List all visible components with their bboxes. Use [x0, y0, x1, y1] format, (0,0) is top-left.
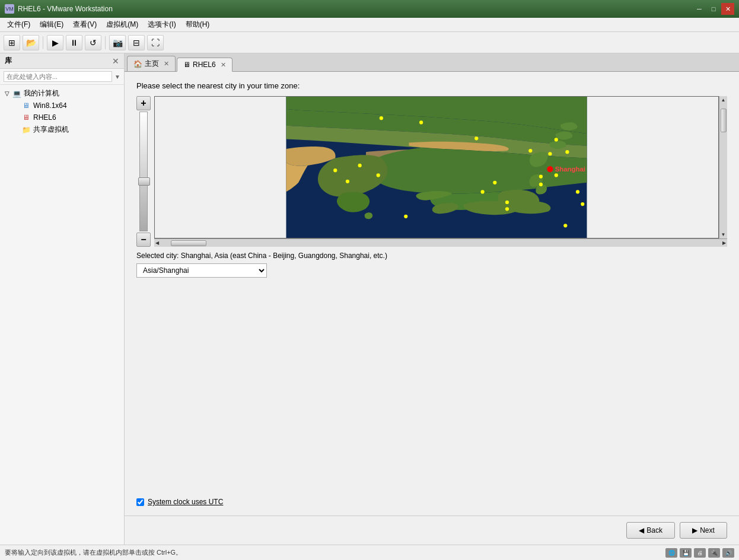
tree-item-win81[interactable]: 🖥 Win8.1x64: [9, 100, 124, 112]
city-tokyo[interactable]: [565, 150, 569, 154]
city-bangkok[interactable]: [481, 190, 485, 193]
scroll-right-arrow[interactable]: ▶: [722, 240, 726, 246]
titlebar-controls: ─ □ ✕: [693, 3, 734, 15]
city-mumbai[interactable]: [346, 180, 349, 183]
tab-home-close[interactable]: ✕: [164, 60, 169, 68]
toolbar-new-vm[interactable]: ⊞: [4, 35, 20, 50]
sidebar-search-arrow[interactable]: ▼: [114, 74, 120, 80]
status-icon-5[interactable]: 🔊: [722, 548, 734, 558]
toolbar-divider-1: [43, 36, 43, 49]
minimize-button[interactable]: ─: [693, 3, 706, 15]
menu-help[interactable]: 帮助(H): [181, 18, 215, 31]
rhel6-tab-icon: 🖥: [183, 61, 190, 69]
scroll-thumb-vertical[interactable]: [721, 109, 727, 132]
status-icon-1[interactable]: 🌐: [665, 548, 677, 558]
zoom-in-button[interactable]: +: [136, 96, 151, 110]
city-beijing[interactable]: [528, 149, 532, 152]
tree-item-my-computer[interactable]: ▽ 💻 我的计算机: [0, 87, 124, 100]
tree-item-rhel6[interactable]: 🖥 RHEL6: [9, 112, 124, 123]
toolbar-restart[interactable]: ↺: [85, 35, 101, 50]
back-icon: ◀: [639, 526, 644, 534]
zoom-slider[interactable]: [139, 112, 148, 231]
city-delhi[interactable]: [358, 164, 362, 167]
city-ulaanbaatar[interactable]: [474, 136, 478, 140]
close-button[interactable]: ✕: [721, 3, 734, 15]
city-hanoi[interactable]: [493, 181, 496, 184]
city-jakarta[interactable]: [505, 207, 509, 211]
tab-rhel6-close[interactable]: ✕: [221, 61, 226, 69]
city-shanghai[interactable]: [547, 166, 553, 172]
tab-home-label: 主页: [145, 59, 159, 69]
tab-rhel6[interactable]: 🖥 RHEL6 ✕: [177, 58, 232, 72]
zoom-out-button[interactable]: −: [136, 233, 151, 247]
city-hongkong[interactable]: [539, 174, 543, 178]
tree-label-win81: Win8.1x64: [33, 101, 67, 110]
tree-label-shared: 共享虚拟机: [33, 125, 69, 135]
tree-expand-my-computer[interactable]: ▽: [2, 90, 12, 97]
toolbar-snapshot[interactable]: 📷: [109, 35, 126, 50]
restore-button[interactable]: □: [707, 3, 720, 15]
utc-checkbox-label: System clock uses UTC: [148, 498, 223, 506]
next-icon: ▶: [692, 526, 697, 534]
utc-checkbox[interactable]: [136, 498, 144, 506]
map-image-area[interactable]: Shanghai: [154, 96, 719, 238]
city-vladivostok[interactable]: [555, 138, 558, 141]
selected-city-text: Selected city: Shanghai, Asia (east Chin…: [136, 252, 727, 260]
menu-tabs[interactable]: 选项卡(I): [143, 18, 180, 31]
toolbar-run[interactable]: ▶: [47, 35, 63, 50]
tree-item-shared[interactable]: 📁 共享虚拟机: [9, 123, 124, 136]
city-moscow[interactable]: [380, 116, 383, 120]
city-manila[interactable]: [539, 183, 543, 186]
sidebar-search-input[interactable]: [4, 71, 112, 82]
next-button[interactable]: ▶ Next: [680, 522, 727, 539]
map-scrollbar-horizontal[interactable]: ◀ ▶: [154, 238, 727, 247]
toolbar-open[interactable]: 📂: [23, 35, 39, 50]
city-taipei[interactable]: [555, 173, 558, 177]
sidebar-header: 库 ✕: [0, 53, 124, 69]
folder-icon-shared: 📁: [21, 125, 31, 135]
page-instruction: Please select the nearest city in your t…: [136, 81, 727, 90]
city-novosibirsk[interactable]: [419, 120, 423, 124]
app-icon: VM: [5, 4, 14, 14]
menu-vm[interactable]: 虚拟机(M): [101, 18, 143, 31]
map-outer: Shanghai: [154, 96, 727, 247]
city-seoul[interactable]: [548, 152, 552, 155]
sidebar-close-button[interactable]: ✕: [112, 56, 119, 66]
statusbar-right: 🌐 💾 🖨 🔌 🔊: [665, 548, 734, 558]
scroll-down-arrow[interactable]: ▼: [721, 232, 726, 237]
statusbar-text: 要将输入定向到该虚拟机，请在虚拟机内部单击或按 Ctrl+G。: [5, 548, 182, 557]
titlebar-left: VM RHEL6 - VMware Workstation: [5, 4, 113, 14]
map-svg[interactable]: Shanghai: [155, 97, 718, 238]
titlebar: VM RHEL6 - VMware Workstation ─ □ ✕: [0, 0, 739, 18]
scroll-thumb-horizontal[interactable]: [171, 240, 206, 246]
city-singapore[interactable]: [505, 201, 509, 204]
status-icon-3[interactable]: 🖨: [694, 548, 706, 558]
scroll-left-arrow[interactable]: ◀: [155, 240, 159, 246]
tree-children-my-computer: 🖥 Win8.1x64 🖥 RHEL6 📁 共享虚拟机: [9, 100, 124, 136]
status-icon-2[interactable]: 💾: [680, 548, 692, 558]
city-karachi[interactable]: [333, 168, 337, 172]
sidebar-title: 库: [5, 56, 12, 66]
city-kolkata[interactable]: [377, 173, 380, 177]
city-australia1[interactable]: [563, 224, 567, 227]
map-scrollbar-vertical[interactable]: ▲ ▼: [719, 96, 727, 238]
timezone-select[interactable]: Asia/Shanghai Asia/Beijing Asia/Tokyo As…: [136, 263, 267, 278]
back-button[interactable]: ◀ Back: [626, 522, 675, 539]
toolbar-fullscreen[interactable]: ⛶: [147, 35, 164, 50]
tab-rhel6-label: RHEL6: [193, 61, 216, 69]
menu-edit[interactable]: 编辑(E): [35, 18, 68, 31]
tab-bar: 🏠 主页 ✕ 🖥 RHEL6 ✕: [125, 53, 739, 72]
toolbar-view1[interactable]: ⊟: [128, 35, 145, 50]
city-label-shanghai: Shanghai: [555, 166, 585, 173]
menu-file[interactable]: 文件(F): [2, 18, 35, 31]
city-pacific1[interactable]: [576, 190, 579, 193]
tab-home[interactable]: 🏠 主页 ✕: [127, 56, 176, 71]
toolbar-pause[interactable]: ⏸: [66, 35, 82, 50]
statusbar: 要将输入定向到该虚拟机，请在虚拟机内部单击或按 Ctrl+G。 🌐 💾 🖨 🔌 …: [0, 545, 739, 560]
city-pacific2[interactable]: [581, 202, 584, 206]
menu-view[interactable]: 查看(V): [68, 18, 101, 31]
scroll-up-arrow[interactable]: ▲: [721, 97, 726, 103]
city-io1[interactable]: [404, 215, 407, 218]
zoom-slider-thumb[interactable]: [138, 177, 150, 186]
status-icon-4[interactable]: 🔌: [708, 548, 720, 558]
